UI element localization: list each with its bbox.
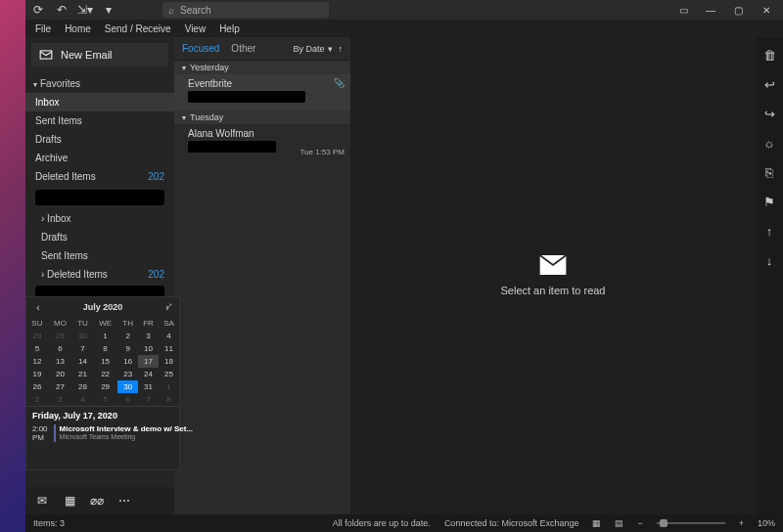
mail-icon[interactable]: ✉ (35, 494, 49, 508)
search-placeholder: Search (180, 5, 211, 16)
account-folder-inbox[interactable]: › Inbox (25, 209, 174, 228)
calendar-day[interactable]: 12 (26, 355, 48, 368)
appointment-date: Friday, July 17, 2020 (32, 411, 173, 421)
zoom-slider[interactable] (657, 522, 725, 524)
calendar-day[interactable]: 16 (117, 355, 138, 368)
calendar-day[interactable]: 3 (138, 330, 159, 342)
calendar-day[interactable]: 19 (26, 368, 48, 380)
view-reading-icon[interactable]: ▤ (615, 518, 623, 528)
calendar-day[interactable]: 6 (117, 393, 138, 406)
calendar-day[interactable]: 2 (26, 393, 48, 406)
favorites-header[interactable]: Favorites (25, 74, 174, 93)
more-icon[interactable]: ▾ (100, 1, 117, 19)
zoom-in-icon[interactable]: + (739, 518, 744, 528)
calendar-day[interactable]: 8 (159, 393, 179, 406)
close-button[interactable]: ✕ (754, 1, 779, 19)
people-icon[interactable]: ⌀⌀ (90, 494, 104, 508)
calendar-day[interactable]: 15 (93, 355, 117, 368)
calendar-day[interactable]: 14 (72, 355, 93, 368)
calendar-day[interactable]: 1 (159, 380, 179, 393)
calendar-day[interactable]: 29 (48, 330, 72, 342)
calendar-day[interactable]: 24 (138, 368, 159, 380)
calendar-day[interactable]: 13 (48, 355, 72, 368)
menu-help[interactable]: Help (219, 23, 240, 34)
message-item[interactable]: Alana WolfmanTue 1:53 PM (174, 124, 350, 160)
calendar-day[interactable]: 7 (138, 393, 159, 406)
menu-view[interactable]: View (185, 23, 207, 34)
calendar-day[interactable]: 9 (117, 342, 138, 355)
calendar-day[interactable]: 26 (26, 380, 48, 393)
calendar-day[interactable]: 5 (26, 342, 48, 355)
search-icon: ⌕ (168, 5, 174, 16)
account-folder-sent-items[interactable]: Sent Items (25, 246, 174, 265)
flag-icon[interactable]: ⚑ (761, 194, 777, 209)
folder-deleted-items[interactable]: Deleted Items202 (25, 167, 174, 186)
calendar-day[interactable]: 28 (72, 380, 93, 393)
calendar-day[interactable]: 2 (117, 330, 138, 342)
calendar-day[interactable]: 4 (159, 330, 179, 342)
undo-icon[interactable]: ↶ (53, 1, 70, 19)
sort-button[interactable]: By Date ▾ ↑ (293, 44, 343, 54)
calendar-day[interactable]: 8 (93, 342, 117, 355)
calendar-day[interactable]: 27 (48, 380, 72, 393)
ribbon-options-icon[interactable]: ▭ (671, 1, 695, 19)
message-group-header[interactable]: Yesterday (174, 61, 350, 74)
calendar-day[interactable]: 6 (48, 342, 72, 355)
tab-other[interactable]: Other (231, 43, 255, 54)
calendar-icon[interactable]: ▦ (63, 494, 76, 508)
calendar-day[interactable]: 10 (138, 342, 159, 355)
folder-inbox[interactable]: Inbox (25, 93, 174, 111)
maximize-button[interactable]: ▢ (726, 1, 750, 19)
minimize-button[interactable]: ― (699, 1, 722, 19)
nav-more-icon[interactable]: ⋯ (117, 494, 131, 508)
account-folder-drafts[interactable]: Drafts (25, 228, 174, 246)
folder-archive[interactable]: Archive (25, 149, 174, 167)
menu-sendreceive[interactable]: Send / Receive (105, 23, 171, 34)
right-action-bar: 🗑 ↩ ↪ ☼ ⎘ ⚑ ↑ ↓ (756, 37, 783, 514)
message-group-header[interactable]: Tuesday (174, 111, 350, 124)
calendar-day[interactable]: 25 (159, 368, 179, 380)
account-name-redacted[interactable] (35, 190, 164, 205)
folder-drafts[interactable]: Drafts (25, 130, 174, 149)
archive-icon[interactable]: ⎘ (761, 164, 777, 180)
calendar-day[interactable]: 4 (72, 393, 93, 406)
brightness-icon[interactable]: ☼ (761, 135, 777, 151)
calendar-peek: ⤢ ‹ July 2020 › SUMOTUWETHFRSA 282930123… (25, 296, 180, 470)
calendar-day[interactable]: 31 (138, 380, 159, 393)
view-normal-icon[interactable]: ▦ (592, 518, 601, 528)
calendar-day[interactable]: 1 (93, 330, 117, 342)
calendar-day[interactable]: 29 (93, 380, 117, 393)
calendar-day[interactable]: 30 (117, 380, 138, 393)
menu-file[interactable]: File (35, 23, 51, 34)
new-email-button[interactable]: New Email (31, 43, 168, 66)
forward-icon[interactable]: ↪ (761, 106, 777, 121)
menu-home[interactable]: Home (65, 23, 91, 34)
reply-icon[interactable]: ↩ (761, 76, 777, 92)
calendar-day[interactable]: 7 (72, 342, 93, 355)
search-box[interactable]: ⌕ Search (162, 2, 329, 18)
calendar-day[interactable]: 5 (93, 393, 117, 406)
calendar-day[interactable]: 30 (72, 330, 93, 342)
calendar-day[interactable]: 11 (159, 342, 179, 355)
folder-sent-items[interactable]: Sent Items (25, 111, 174, 130)
message-item[interactable]: Eventbrite📎 (174, 74, 350, 111)
calendar-prev-icon[interactable]: ‹ (32, 301, 44, 313)
tab-focused[interactable]: Focused (182, 43, 219, 54)
zoom-out-icon[interactable]: − (637, 518, 642, 528)
delete-icon[interactable]: 🗑 (761, 47, 777, 63)
calendar-day[interactable]: 18 (159, 355, 179, 368)
calendar-dock-icon[interactable]: ⤢ (165, 301, 175, 311)
calendar-day[interactable]: 23 (117, 368, 138, 380)
calendar-day[interactable]: 20 (48, 368, 72, 380)
calendar-day[interactable]: 21 (72, 368, 93, 380)
down-icon[interactable]: ↓ (761, 252, 777, 268)
quick-print-icon[interactable]: ⇲▾ (76, 1, 94, 19)
calendar-day[interactable]: 17 (138, 355, 159, 368)
up-icon[interactable]: ↑ (761, 223, 777, 239)
calendar-day[interactable]: 3 (48, 393, 72, 406)
calendar-day[interactable]: 22 (93, 368, 117, 380)
sync-icon[interactable]: ⟳ (29, 1, 47, 19)
calendar-appointment[interactable]: Friday, July 17, 2020 2:00 PM Microsoft … (26, 406, 179, 446)
calendar-day[interactable]: 28 (26, 330, 48, 342)
account-folder-deleted-items[interactable]: › Deleted Items202 (25, 265, 174, 284)
